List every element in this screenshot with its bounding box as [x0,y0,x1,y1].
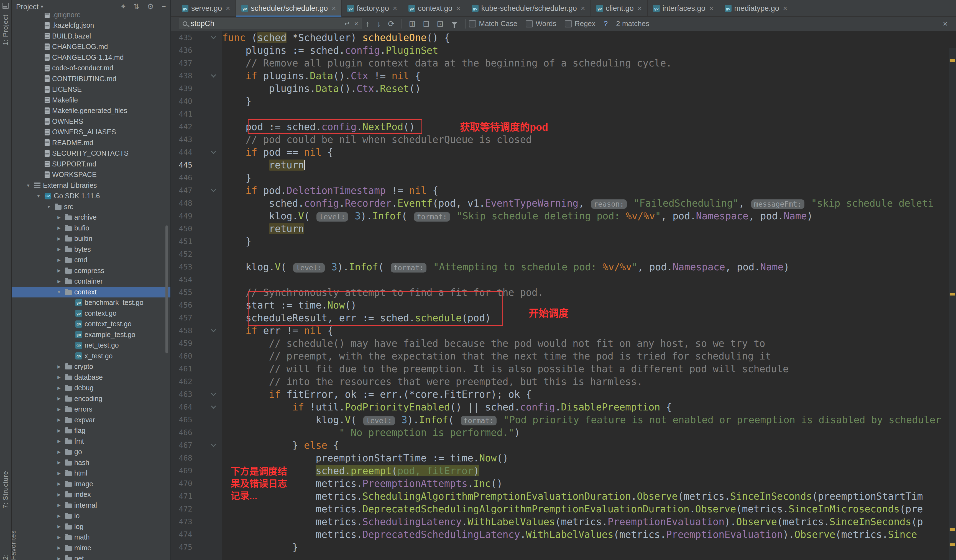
tree-item-CHANGELOG-1.14.md[interactable]: CHANGELOG-1.14.md [12,52,170,63]
tree-item-crypto[interactable]: ▶crypto [12,361,170,372]
tree-item-index[interactable]: ▶index [12,489,170,500]
tree-item-database[interactable]: ▶database [12,372,170,383]
code-line-444[interactable]: 444 if pod == nil { [171,146,956,159]
tree-item-context_test.go[interactable]: gocontext_test.go [12,319,170,329]
expand-arrow-icon[interactable]: ▶ [55,364,63,369]
tree-item-fmt[interactable]: ▶fmt [12,436,170,447]
code-line-466[interactable]: 466 " No preemption is performed.") [171,426,956,439]
tree-item-External Libraries[interactable]: ▼External Libraries [12,180,170,191]
expand-arrow-icon[interactable]: ▶ [55,450,63,455]
expand-arrow-icon[interactable]: ▶ [55,460,63,465]
close-tab-icon[interactable]: × [332,4,336,13]
expand-arrow-icon[interactable]: ▼ [25,183,32,188]
tree-item-image[interactable]: ▶image [12,478,170,489]
tree-item-context[interactable]: ▼context [12,287,170,298]
error-stripe-mark[interactable] [950,59,955,62]
regex-help-icon[interactable]: ? [604,19,608,28]
locate-icon[interactable]: ⌖ [121,2,125,11]
editor-tab-context.go[interactable]: gocontext.go× [403,0,466,17]
tree-item-CONTRIBUTING.md[interactable]: CONTRIBUTING.md [12,74,170,84]
tree-item-internal[interactable]: ▶internal [12,500,170,511]
toolwindow-button-favorites[interactable]: 2: Favorites [2,523,17,560]
project-tree-scrollbar[interactable] [165,226,168,353]
tree-item-code-of-conduct.md[interactable]: code-of-conduct.md [12,63,170,74]
expand-arrow-icon[interactable]: ▶ [55,545,63,550]
expand-arrow-icon[interactable]: ▶ [55,417,63,422]
code-line-448[interactable]: 448 sched.config.Recorder.Eventf(pod, v1… [171,197,956,210]
expand-arrow-icon[interactable]: ▶ [55,226,63,231]
fold-chevron-icon[interactable] [211,149,216,154]
prev-occurrence-icon[interactable]: ↑ [365,17,370,31]
error-stripe-mark[interactable] [950,528,955,531]
close-tab-icon[interactable]: × [709,4,713,13]
tree-item-net_test.go[interactable]: gonet_test.go [12,340,170,351]
hide-panel-icon[interactable]: − [162,2,166,11]
code-line-440[interactable]: 440 } [171,95,956,108]
code-line-439[interactable]: 439 plugins.Data().Ctx.Reset() [171,82,956,95]
code-line-443[interactable]: 443 // pod could be nil when schedulerQu… [171,133,956,146]
tree-item-.gitignore[interactable]: .gitignore [12,13,170,20]
code-line-471[interactable]: 471 metrics.SchedulingAlgorithmPremption… [171,490,956,503]
tree-item-net[interactable]: ▶net [12,553,170,560]
code-line-446[interactable]: 446 } [171,171,956,184]
code-line-460[interactable]: 460 // preempt, with the expectation tha… [171,350,956,362]
newline-icon[interactable]: ↵ [344,20,350,28]
tree-item-mime[interactable]: ▶mime [12,543,170,553]
code-line-469[interactable]: 469 sched.preempt(pod, fitError) [171,464,956,477]
close-tab-icon[interactable]: × [783,4,787,13]
code-line-438[interactable]: 438 if plugins.Data().Ctx != nil { [171,69,956,82]
expand-arrow-icon[interactable]: ▶ [55,386,63,391]
tree-item-bytes[interactable]: ▶bytes [12,244,170,255]
expand-arrow-icon[interactable]: ▶ [55,503,63,508]
code-line-449[interactable]: 449 klog.V( level: 3).Infof( format: "Sk… [171,210,956,223]
tree-item-errors[interactable]: ▶errors [12,404,170,415]
expand-arrow-icon[interactable]: ▼ [35,194,42,198]
code-line-450[interactable]: 450 return [171,223,956,235]
tree-item-flag[interactable]: ▶flag [12,425,170,436]
add-occurrence-icon[interactable]: ⊞ [409,17,415,31]
tree-item-Go SDK 1.11.6[interactable]: ▼GoGo SDK 1.11.6 [12,191,170,202]
fold-chevron-icon[interactable] [211,403,216,408]
close-tab-icon[interactable]: × [393,4,397,13]
find-all-icon[interactable]: ⟳ [388,17,395,31]
tree-item-debug[interactable]: ▶debug [12,383,170,394]
settings-gear-icon[interactable]: ⚙ [147,2,154,11]
tree-item-example_test.go[interactable]: goexample_test.go [12,329,170,340]
expand-arrow-icon[interactable]: ▶ [55,375,63,380]
code-line-464[interactable]: 464 if !util.PodPriorityEnabled() || sch… [171,401,956,414]
error-stripe-mark[interactable] [950,543,955,546]
expand-arrow-icon[interactable]: ▶ [55,556,63,560]
code-line-474[interactable]: 474 metrics.DeprecatedSchedulingLatency.… [171,528,956,541]
tree-item-Makefile[interactable]: Makefile [12,95,170,105]
tree-item-context.go[interactable]: gocontext.go [12,308,170,319]
expand-arrow-icon[interactable]: ▶ [55,535,63,540]
expand-arrow-icon[interactable]: ▶ [55,268,63,273]
next-occurrence-icon[interactable]: ↓ [377,17,381,31]
expand-arrow-icon[interactable]: ▶ [55,396,63,401]
expand-arrow-icon[interactable]: ▶ [55,524,63,529]
collapse-all-icon[interactable]: ⇅ [133,2,139,11]
tree-item-x_test.go[interactable]: gox_test.go [12,351,170,361]
code-line-470[interactable]: 470 metrics.PreemptionAttempts.Inc() [171,477,956,490]
tree-item-OWNERS[interactable]: OWNERS [12,116,170,127]
editor-tab-interfaces.go[interactable]: gointerfaces.go× [648,0,719,17]
tree-item-hash[interactable]: ▶hash [12,457,170,468]
tree-item-CHANGELOG.md[interactable]: CHANGELOG.md [12,42,170,52]
code-line-463[interactable]: 463 if fitError, ok := err.(*core.FitErr… [171,388,956,401]
tree-item-BUILD.bazel[interactable]: BUILD.bazel [12,31,170,42]
code-line-447[interactable]: 447 if pod.DeletionTimestamp != nil { [171,184,956,197]
code-line-473[interactable]: 473 metrics.SchedulingLatency.WithLabelV… [171,515,956,528]
expand-arrow-icon[interactable]: ▼ [45,204,52,209]
editor-tab-mediatype.go[interactable]: gomediatype.go× [719,0,793,17]
code-line-451[interactable]: 451 } [171,235,956,248]
code-line-461[interactable]: 461 // will fit due to the preemption. I… [171,362,956,375]
close-tab-icon[interactable]: × [226,4,230,13]
code-line-453[interactable]: 453 klog.V( level: 3).Infof( format: "At… [171,260,956,273]
expand-arrow-icon[interactable]: ▶ [55,257,63,262]
fold-chevron-icon[interactable] [211,34,216,39]
tree-item-compress[interactable]: ▶compress [12,265,170,276]
tree-item-SUPPORT.md[interactable]: SUPPORT.md [12,159,170,169]
tree-item-LICENSE[interactable]: LICENSE [12,84,170,95]
fold-chevron-icon[interactable] [211,72,216,77]
tree-item-cmd[interactable]: ▶cmd [12,255,170,266]
